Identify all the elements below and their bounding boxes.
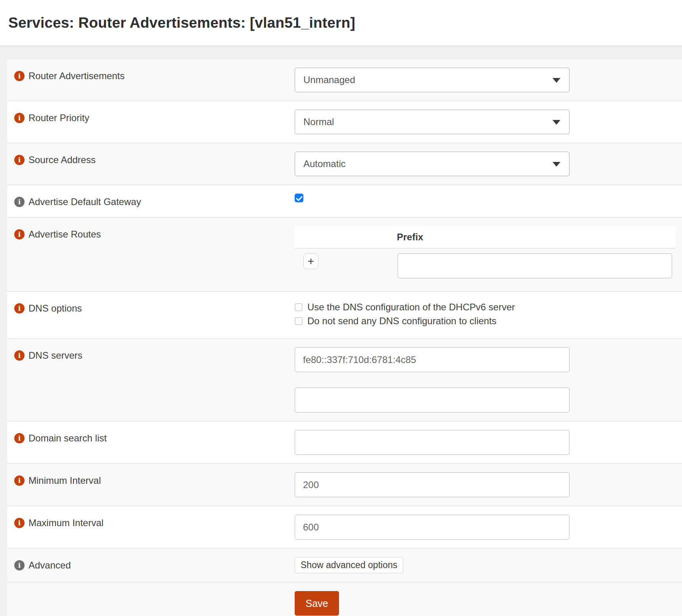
- field-label: Advertise Routes: [29, 228, 101, 240]
- no-dns-config-checkbox[interactable]: [295, 317, 303, 325]
- row-dns-options: DNS options Use the DNS configuration of…: [7, 292, 682, 339]
- dns-server-1-input[interactable]: [295, 347, 570, 372]
- row-dns-servers: DNS servers: [7, 339, 682, 422]
- info-icon[interactable]: [14, 303, 25, 314]
- row-source-address: Source Address Automatic: [7, 143, 682, 185]
- chevron-down-icon: [552, 162, 560, 167]
- dns-server-2-input[interactable]: [295, 388, 570, 413]
- selected-value: Normal: [303, 116, 334, 127]
- prefix-column-header: Prefix: [397, 232, 423, 243]
- use-dhcpv6-dns-label: Use the DNS configuration of the DHCPv6 …: [307, 302, 515, 313]
- field-label: Advanced: [29, 559, 71, 571]
- advertise-default-gateway-checkbox[interactable]: [295, 194, 303, 202]
- show-advanced-options-button[interactable]: Show advanced options: [295, 557, 403, 573]
- row-router-advertisements: Router Advertisements Unmanaged: [7, 59, 682, 101]
- selected-value: Unmanaged: [303, 74, 355, 86]
- info-icon[interactable]: [14, 350, 25, 361]
- advertise-routes-table-row: +: [295, 253, 676, 283]
- info-icon[interactable]: [14, 560, 25, 570]
- use-dhcpv6-dns-checkbox[interactable]: [295, 303, 303, 311]
- chevron-down-icon: [552, 120, 560, 125]
- field-label: DNS options: [29, 302, 82, 314]
- maximum-interval-input[interactable]: [295, 515, 570, 540]
- no-dns-config-label: Do not send any DNS configuration to cli…: [307, 316, 497, 327]
- info-icon[interactable]: [14, 155, 25, 165]
- router-priority-select[interactable]: Normal: [295, 110, 570, 134]
- row-maximum-interval: Maximum Interval: [7, 506, 682, 549]
- info-icon[interactable]: [14, 229, 25, 240]
- domain-search-list-input[interactable]: [295, 430, 570, 455]
- info-icon[interactable]: [14, 475, 25, 486]
- source-address-select[interactable]: Automatic: [295, 152, 570, 176]
- router-advertisements-form: Router Advertisements Unmanaged Router P…: [7, 59, 682, 616]
- info-icon[interactable]: [14, 433, 25, 443]
- row-domain-search-list: Domain search list: [7, 422, 682, 464]
- row-router-priority: Router Priority Normal: [7, 101, 682, 143]
- row-advanced: Advanced Show advanced options: [7, 549, 682, 583]
- info-icon[interactable]: [14, 71, 25, 81]
- save-button[interactable]: Save: [295, 591, 339, 616]
- field-label: Router Priority: [29, 112, 89, 124]
- page-header: Services: Router Advertisements: [vlan51…: [0, 0, 682, 46]
- row-advertise-routes: Advertise Routes Prefix +: [7, 218, 682, 292]
- selected-value: Automatic: [303, 158, 346, 169]
- prefix-input[interactable]: [398, 253, 672, 278]
- info-icon[interactable]: [14, 113, 25, 123]
- field-label: Router Advertisements: [29, 70, 125, 82]
- router-advertisements-select[interactable]: Unmanaged: [295, 68, 570, 92]
- advertise-routes-table-header: Prefix: [295, 226, 676, 249]
- minimum-interval-input[interactable]: [295, 472, 570, 497]
- add-route-button[interactable]: +: [303, 253, 318, 269]
- info-icon[interactable]: [14, 197, 25, 207]
- field-label: Maximum Interval: [29, 517, 103, 529]
- page-title: Services: Router Advertisements: [vlan51…: [8, 15, 355, 31]
- field-label: Domain search list: [29, 432, 107, 444]
- field-label: DNS servers: [29, 350, 82, 361]
- row-save: Save: [7, 583, 682, 616]
- row-advertise-default-gateway: Advertise Default Gateway: [7, 185, 682, 218]
- row-minimum-interval: Minimum Interval: [7, 464, 682, 506]
- field-label: Advertise Default Gateway: [29, 196, 141, 208]
- info-icon[interactable]: [14, 518, 25, 528]
- chevron-down-icon: [552, 78, 560, 83]
- field-label: Minimum Interval: [29, 475, 101, 487]
- field-label: Source Address: [29, 154, 95, 166]
